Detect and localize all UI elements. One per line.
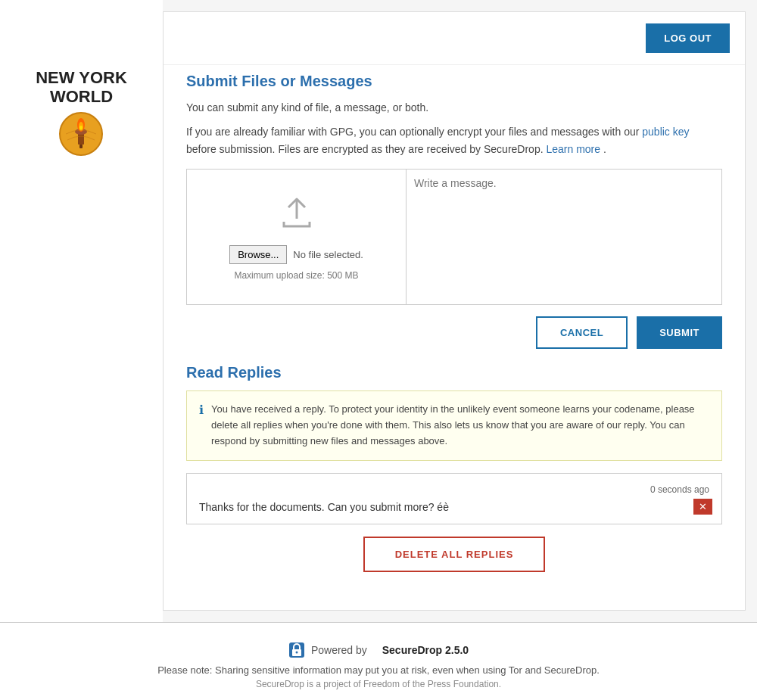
delete-single-reply-button[interactable]: ✕ [693, 499, 712, 515]
logout-button[interactable]: LOG OUT [646, 23, 730, 53]
logo-text: NEW YORK WORLD [36, 68, 127, 107]
file-input-row: Browse... No file selected. [229, 245, 363, 264]
reply-timestamp: 0 seconds ago [199, 484, 709, 495]
upload-note: Maximum upload size: 500 MB [234, 270, 358, 281]
intro-text-1: You can submit any kind of file, a messa… [186, 99, 722, 116]
delete-all-replies-button[interactable]: DELETE ALL REPLIES [363, 537, 546, 572]
svg-point-5 [79, 126, 83, 130]
cancel-button[interactable]: CANCEL [536, 316, 628, 349]
info-box: ℹ You have received a reply. To protect … [186, 390, 722, 460]
intro-before: If you are already familiar with GPG, yo… [186, 126, 642, 138]
sidebar: NEW YORK WORLD [0, 0, 163, 622]
upload-message-row: Browse... No file selected. Maximum uplo… [186, 169, 722, 305]
footer-powered: Powered by SecureDrop 2.5.0 [15, 642, 742, 658]
main-content: NEW YORK WORLD [0, 0, 757, 622]
browse-button[interactable]: Browse... [229, 245, 287, 264]
upload-area: Browse... No file selected. Maximum uplo… [187, 170, 407, 304]
logo-line1: NEW YORK [36, 68, 127, 87]
message-textarea[interactable] [414, 177, 714, 294]
logo-line2: WORLD [50, 87, 113, 106]
app-name: SecureDrop 2.5.0 [382, 644, 469, 656]
message-area [407, 170, 721, 304]
reply-card: 0 seconds ago Thanks for the documents. … [186, 473, 722, 524]
securedrop-icon [288, 642, 305, 658]
footer: Powered by SecureDrop 2.5.0 Please note:… [0, 622, 757, 700]
submit-section-title: Submit Files or Messages [186, 73, 722, 90]
svg-rect-6 [79, 145, 83, 148]
intro-after: . [603, 143, 606, 155]
logo-icon [58, 111, 104, 157]
file-label: No file selected. [293, 249, 363, 260]
content-area: LOG OUT Submit Files or Messages You can… [163, 11, 746, 611]
info-icon: ℹ [199, 403, 204, 417]
submit-section: Submit Files or Messages You can submit … [164, 73, 745, 349]
svg-point-9 [295, 651, 298, 653]
action-buttons: CANCEL SUBMIT [186, 316, 722, 349]
intro-middle: before submission. Files are encrypted a… [186, 143, 546, 155]
replies-section: Read Replies ℹ You have received a reply… [164, 364, 745, 571]
page-wrapper: NEW YORK WORLD [0, 0, 757, 700]
footer-project: SecureDrop is a project of Freedom of th… [15, 679, 742, 689]
intro-text-2: If you are already familiar with GPG, yo… [186, 123, 722, 157]
replies-section-title: Read Replies [186, 364, 722, 381]
footer-warning: Please note: Sharing sensitive informati… [15, 664, 742, 676]
reply-text: Thanks for the documents. Can you submit… [199, 501, 709, 513]
logo-container: NEW YORK WORLD [36, 68, 127, 157]
header-bar: LOG OUT [164, 12, 745, 65]
info-text: You have received a reply. To protect yo… [211, 402, 709, 449]
learn-more-link[interactable]: Learn more [546, 143, 600, 155]
public-key-link[interactable]: public key [642, 126, 689, 138]
submit-button[interactable]: SUBMIT [637, 316, 722, 349]
powered-by-text: Powered by [311, 644, 367, 656]
upload-icon [278, 193, 316, 238]
